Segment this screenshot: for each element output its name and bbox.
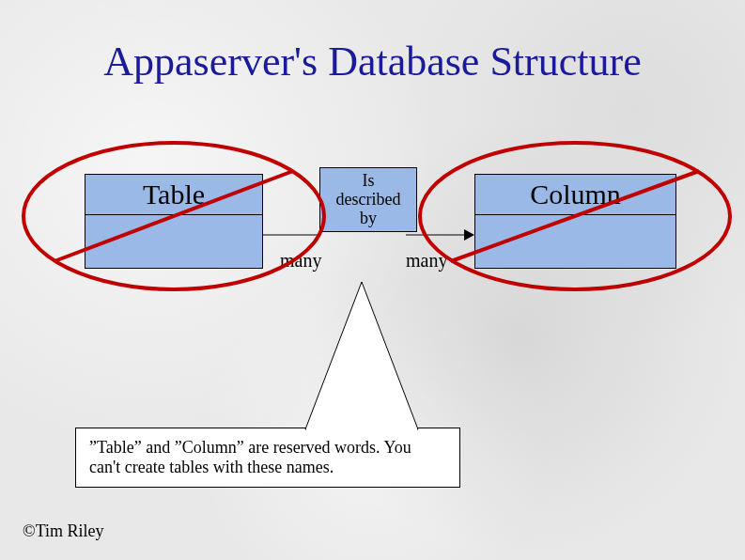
copyright: ©Tim Riley: [23, 521, 104, 541]
callout-text: ”Table” and ”Column” are reserved words.…: [89, 438, 411, 476]
entity-table-body: [85, 215, 262, 268]
entity-column: Column: [474, 174, 676, 269]
entity-column-body: [475, 215, 675, 268]
relationship-label-box: Is described by: [319, 167, 417, 232]
entity-column-header: Column: [475, 175, 675, 215]
cardinality-right: many: [406, 250, 447, 272]
slide-title: Appaserver's Database Structure: [0, 38, 745, 86]
svg-marker-2: [464, 229, 474, 241]
relationship-label: Is described by: [326, 172, 411, 227]
cardinality-left: many: [280, 250, 321, 272]
entity-table-header: Table: [85, 175, 262, 215]
callout-box: ”Table” and ”Column” are reserved words.…: [75, 428, 460, 488]
svg-marker-3: [305, 282, 418, 429]
entity-table: Table: [85, 174, 263, 269]
